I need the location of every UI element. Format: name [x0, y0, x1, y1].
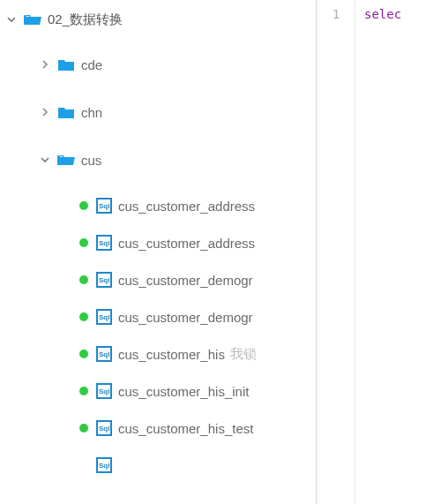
tree-folder-cde[interactable]: cde: [0, 46, 316, 83]
status-dot-green-icon: [79, 312, 88, 321]
tree-folder-label: cde: [81, 57, 102, 72]
folder-closed-icon: [56, 58, 76, 71]
tree-panel: 02_数据转换 cde chn: [0, 0, 316, 504]
svg-text:Sql: Sql: [99, 462, 109, 470]
sql-file-icon: Sql: [95, 235, 113, 251]
tree-folder-label: chn: [81, 105, 102, 120]
tree-folder-label: cus: [81, 153, 101, 168]
sql-file-icon: Sql: [95, 457, 113, 473]
svg-text:Sql: Sql: [99, 350, 109, 358]
chevron-down-icon: [39, 154, 51, 165]
tree-root-02-data-transform[interactable]: 02_数据转换: [0, 4, 316, 35]
tree-file-item[interactable]: Sql cus_customer_demogr: [0, 261, 316, 298]
sql-file-icon: Sql: [95, 383, 113, 399]
indent-spacer: [0, 280, 79, 281]
editor-panel[interactable]: 1 selec: [317, 0, 441, 504]
indent-spacer: [0, 428, 79, 429]
svg-text:Sql: Sql: [99, 202, 109, 210]
status-dot-green-icon: [79, 387, 88, 395]
status-dot-green-icon: [79, 275, 88, 284]
tree-folder-chn[interactable]: chn: [0, 94, 316, 131]
svg-text:Sql: Sql: [99, 276, 109, 284]
tree-file-label: cus_customer_his_test: [118, 421, 253, 436]
svg-text:Sql: Sql: [99, 425, 109, 433]
tree-file-label: cus_customer_demogr: [118, 310, 253, 325]
status-dot-green-icon: [79, 238, 88, 247]
folder-open-icon: [56, 153, 76, 167]
indent-spacer: [0, 354, 79, 355]
sql-file-icon: Sql: [95, 346, 113, 362]
indent-spacer: [0, 391, 79, 392]
tree-file-label: cus_customer_his_init: [118, 384, 249, 399]
indent-spacer: [0, 206, 79, 207]
status-dot-green-icon: [79, 424, 88, 433]
screen: 02_数据转换 cde chn: [0, 0, 441, 504]
tree-file-item[interactable]: Sql cus_customer_his_test: [0, 410, 316, 447]
tree-file-label: cus_customer_address: [118, 199, 255, 214]
tree-file-item[interactable]: Sql cus_customer_address: [0, 187, 316, 224]
tree-file-item[interactable]: Sql cus_customer_his_init: [0, 372, 316, 410]
folder-closed-icon: [56, 106, 76, 119]
indent-spacer: [0, 160, 39, 161]
chevron-down-icon: [5, 14, 18, 25]
tree-file-item[interactable]: Sql cus_customer_address: [0, 224, 316, 261]
tree-file-item[interactable]: Sql cus_customer_demogr: [0, 298, 316, 335]
editor-code-line[interactable]: selec: [364, 7, 401, 21]
indent-spacer: [0, 243, 79, 244]
chevron-right-icon: [39, 59, 51, 70]
indent-spacer: [0, 465, 95, 466]
svg-text:Sql: Sql: [99, 239, 109, 247]
sql-file-icon: Sql: [95, 198, 113, 214]
indent-spacer: [0, 112, 39, 113]
indent-spacer: [0, 64, 39, 65]
tree-file-label: cus_customer_his: [118, 347, 225, 362]
tree-file-extra: 我锁: [230, 346, 257, 363]
sql-file-icon: Sql: [95, 420, 113, 436]
status-dot-green-icon: [79, 350, 88, 358]
svg-text:Sql: Sql: [99, 313, 109, 321]
status-dot-green-icon: [79, 201, 88, 210]
indent-spacer: [0, 317, 79, 318]
tree-folder-cus[interactable]: cus: [0, 141, 316, 178]
svg-text:Sql: Sql: [99, 387, 109, 395]
chevron-right-icon: [39, 107, 51, 117]
cus-file-list: Sql cus_customer_address Sql cus_custome…: [0, 187, 316, 484]
tree-file-item[interactable]: Sql cus_customer_his 我锁: [0, 335, 316, 372]
line-number: 1: [317, 7, 355, 21]
editor-gutter: 1: [317, 0, 355, 504]
tree-file-item-partial[interactable]: Sql: [0, 447, 316, 484]
tree-root-label: 02_数据转换: [48, 11, 123, 28]
sql-file-icon: Sql: [95, 309, 113, 325]
folder-open-icon: [23, 12, 42, 26]
tree-file-label: cus_customer_address: [118, 236, 255, 251]
tree-file-label: cus_customer_demogr: [118, 273, 253, 288]
sql-file-icon: Sql: [95, 272, 113, 288]
